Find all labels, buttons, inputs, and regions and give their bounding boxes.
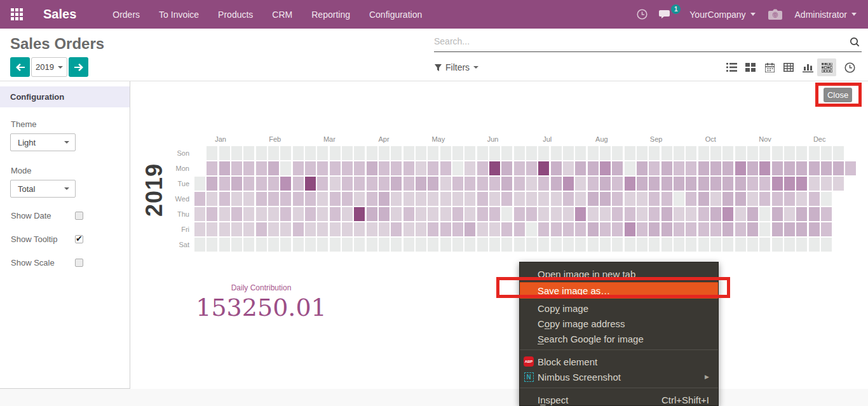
heatmap-cell[interactable]: [489, 222, 500, 236]
heatmap-cell[interactable]: [428, 238, 438, 252]
heatmap-cell[interactable]: [416, 238, 426, 252]
heatmap-cell[interactable]: [784, 161, 795, 175]
heatmap-cell[interactable]: [354, 161, 365, 175]
heatmap-cell[interactable]: [231, 177, 242, 191]
heatmap-cell[interactable]: [379, 161, 390, 175]
show-date-checkbox[interactable]: [75, 212, 83, 220]
mode-select[interactable]: Total: [10, 180, 76, 198]
heatmap-cell[interactable]: [821, 238, 832, 252]
heatmap-cell[interactable]: [477, 207, 488, 221]
heatmap-cell[interactable]: [305, 238, 316, 252]
heatmap-cell[interactable]: [219, 222, 230, 236]
heatmap-cell[interactable]: [501, 192, 512, 206]
heatmap-cell[interactable]: [317, 222, 328, 236]
heatmap-cell[interactable]: [280, 177, 291, 191]
heatmap-cell[interactable]: [772, 238, 783, 252]
heatmap-cell[interactable]: [735, 161, 746, 175]
heatmap-cell[interactable]: [747, 192, 758, 206]
heatmap-cell[interactable]: [722, 161, 733, 175]
heatmap-cell[interactable]: [428, 161, 438, 175]
heatmap-cell[interactable]: [403, 177, 414, 191]
heatmap-cell[interactable]: [722, 222, 733, 236]
heatmap-cell[interactable]: [501, 146, 512, 160]
heatmap-cell[interactable]: [305, 177, 316, 191]
heatmap-cell[interactable]: [268, 222, 279, 236]
heatmap-cell[interactable]: [207, 177, 217, 191]
heatmap-cell[interactable]: [231, 207, 242, 221]
heatmap-cell[interactable]: [710, 192, 721, 206]
heatmap-cell[interactable]: [833, 177, 844, 191]
heatmap-cell[interactable]: [243, 177, 254, 191]
heatmap-cell[interactable]: [809, 238, 820, 252]
heatmap-cell[interactable]: [575, 177, 586, 191]
heatmap-cell[interactable]: [403, 207, 414, 221]
heatmap-cell[interactable]: [538, 207, 549, 221]
heatmap-cell[interactable]: [538, 146, 549, 160]
heatmap-cell[interactable]: [243, 161, 254, 175]
heatmap-cell[interactable]: [305, 207, 316, 221]
heatmap-cell[interactable]: [477, 222, 488, 236]
heatmap-cell[interactable]: [219, 207, 230, 221]
heatmap-cell[interactable]: [514, 207, 525, 221]
heatmap-cell[interactable]: [243, 238, 254, 252]
heatmap-cell[interactable]: [317, 161, 328, 175]
heatmap-cell[interactable]: [735, 207, 746, 221]
heatmap-cell[interactable]: [280, 146, 291, 160]
heatmap-cell[interactable]: [784, 177, 795, 191]
heatmap-cell[interactable]: [538, 177, 549, 191]
heatmap-cell[interactable]: [735, 222, 746, 236]
heatmap-cell[interactable]: [465, 192, 475, 206]
heatmap-cell[interactable]: [268, 177, 279, 191]
heatmap-cell[interactable]: [809, 146, 820, 160]
heatmap-cell[interactable]: [391, 192, 402, 206]
heatmap-cell[interactable]: [354, 192, 365, 206]
heatmap-cell[interactable]: [489, 146, 500, 160]
heatmap-cell[interactable]: [784, 222, 795, 236]
heatmap-cell[interactable]: [367, 161, 377, 175]
kanban-view-icon[interactable]: [741, 58, 760, 76]
heatmap-cell[interactable]: [452, 177, 463, 191]
heatmap-cell[interactable]: [674, 222, 684, 236]
heatmap-cell[interactable]: [674, 207, 684, 221]
heatmap-cell[interactable]: [256, 146, 267, 160]
heatmap-cell[interactable]: [612, 146, 623, 160]
heatmap-cell[interactable]: [514, 177, 525, 191]
heatmap-cell[interactable]: [637, 161, 648, 175]
activity-view-icon[interactable]: [840, 58, 859, 76]
heatmap-cell[interactable]: [243, 207, 254, 221]
heatmap-cell[interactable]: [588, 238, 599, 252]
heatmap-cell[interactable]: [612, 192, 623, 206]
heatmap-cell[interactable]: [452, 161, 463, 175]
heatmap-cell[interactable]: [833, 161, 844, 175]
heatmap-cell[interactable]: [661, 238, 672, 252]
heatmap-cell[interactable]: [661, 192, 672, 206]
heatmap-cell[interactable]: [194, 177, 205, 191]
heatmap-cell[interactable]: [526, 238, 537, 252]
heatmap-cell[interactable]: [772, 222, 783, 236]
heatmap-cell[interactable]: [367, 222, 377, 236]
heatmap-cell[interactable]: [588, 146, 599, 160]
heatmap-cell[interactable]: [772, 192, 783, 206]
heatmap-cell[interactable]: [772, 146, 783, 160]
heatmap-cell[interactable]: [501, 207, 512, 221]
heatmap-cell[interactable]: [588, 177, 599, 191]
heatmap-cell[interactable]: [330, 192, 341, 206]
heatmap-cell[interactable]: [796, 161, 807, 175]
heatmap-cell[interactable]: [231, 238, 242, 252]
heatmap-cell[interactable]: [637, 238, 648, 252]
heatmap-cell[interactable]: [428, 192, 438, 206]
heatmap-cell[interactable]: [747, 177, 758, 191]
heatmap-cell[interactable]: [796, 177, 807, 191]
heatmap-cell[interactable]: [231, 222, 242, 236]
heatmap-cell[interactable]: [747, 161, 758, 175]
heatmap-cell[interactable]: [391, 207, 402, 221]
heatmap-cell[interactable]: [367, 238, 377, 252]
heatmap-cell[interactable]: [268, 161, 279, 175]
heatmap-cell[interactable]: [686, 207, 696, 221]
heatmap-cell[interactable]: [477, 192, 488, 206]
heatmap-cell[interactable]: [403, 161, 414, 175]
heatmap-cell[interactable]: [526, 222, 537, 236]
activities-clock-icon[interactable]: [637, 9, 648, 20]
heatmap-cell[interactable]: [563, 192, 574, 206]
heatmap-cell[interactable]: [674, 161, 684, 175]
